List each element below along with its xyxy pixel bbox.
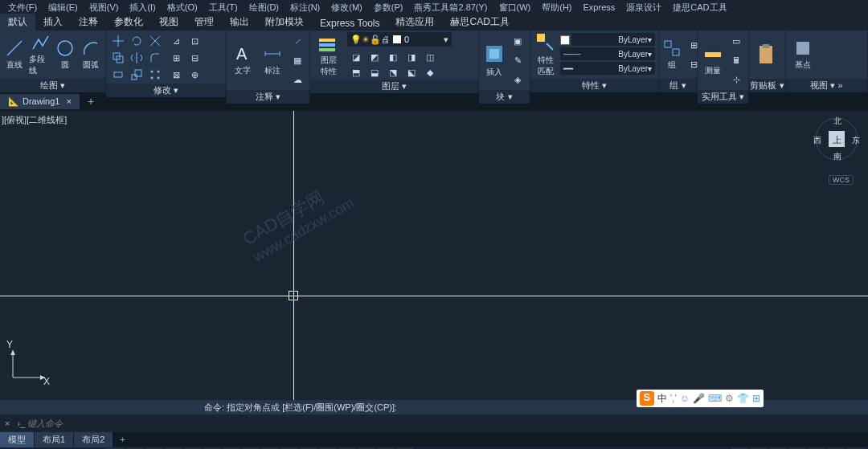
viewport-controls[interactable]: ][俯视][二维线框] (2, 114, 67, 126)
viewcube[interactable]: 北 南 西 东 上 (815, 117, 858, 161)
ribtab-insert[interactable]: 插入 (35, 14, 71, 31)
layer-tool7-icon[interactable]: ⬓ (366, 63, 383, 81)
layout-add-button[interactable]: + (113, 435, 131, 444)
panel-group-title[interactable]: 组 ▾ (659, 79, 697, 92)
menu-edit[interactable]: 编辑(E) (43, 2, 83, 14)
util-point-icon[interactable]: ⊹ (727, 71, 745, 88)
ime-punct-icon[interactable]: ',' (670, 393, 677, 404)
line-button[interactable]: 直线 (3, 32, 26, 77)
menu-yanxiu[interactable]: 燕秀工具箱2.87(Y) (409, 2, 492, 14)
panel-clip-title[interactable]: 剪贴板 ▾ (749, 79, 785, 92)
menu-file[interactable]: 文件(F) (3, 2, 42, 14)
ime-kbd-icon[interactable]: ⌨ (708, 393, 722, 404)
color-swatch[interactable] (560, 35, 570, 45)
ime-emoji-icon[interactable]: ☺ (680, 393, 690, 404)
layer-tool10-icon[interactable]: ◆ (421, 63, 439, 81)
array-icon[interactable] (146, 66, 164, 84)
trim-icon[interactable] (146, 32, 164, 50)
extra-icon[interactable]: ⊿ (167, 32, 185, 50)
extra5-icon[interactable]: ⊠ (167, 66, 185, 84)
ribtab-default[interactable]: 默认 (0, 14, 35, 31)
color-select[interactable]: ByLayer ▾ (571, 33, 655, 46)
layout-2[interactable]: 布局2 (74, 432, 113, 447)
ribtab-featured[interactable]: 精选应用 (387, 14, 442, 31)
extra3-icon[interactable]: ⊞ (167, 49, 185, 67)
menu-help[interactable]: 帮助(H) (537, 2, 576, 14)
rotate-icon[interactable] (128, 32, 145, 50)
ribtab-manage[interactable]: 管理 (186, 14, 222, 31)
circle-button[interactable]: 圆 (55, 32, 77, 77)
insert-button[interactable]: 插入 (482, 38, 506, 83)
ribtab-hscad[interactable]: 赫思CAD工具 (442, 14, 517, 31)
wcs-badge[interactable]: WCS (829, 175, 854, 185)
ime-skin-icon[interactable]: 👕 (737, 393, 749, 404)
panel-util-title[interactable]: 实用工具 ▾ (698, 90, 748, 104)
ribtab-express[interactable]: Express Tools (312, 16, 387, 31)
fillet-icon[interactable] (146, 49, 164, 67)
ribtab-view[interactable]: 视图 (151, 14, 186, 31)
panel-layer-title[interactable]: 图层 ▾ (310, 80, 478, 93)
dim-button[interactable]: 标注 (260, 38, 286, 83)
ime-lang[interactable]: 中 (657, 392, 667, 406)
lineweight-select[interactable]: ━━ByLayer ▾ (560, 62, 655, 75)
menu-express[interactable]: Express (579, 2, 620, 12)
extra6-icon[interactable]: ⊕ (186, 66, 203, 84)
stretch-icon[interactable] (109, 66, 127, 84)
ime-toolbar[interactable]: S 中 ',' ☺ 🎤 ⌨ ⚙ 👕 ⊞ (637, 390, 764, 407)
menu-dim[interactable]: 标注(N) (285, 2, 325, 14)
new-tab-button[interactable]: + (80, 95, 102, 108)
block-attr-icon[interactable]: ◈ (509, 71, 526, 88)
ime-gear-icon[interactable]: ⚙ (725, 393, 734, 404)
arc-button[interactable]: 圆弧 (80, 32, 102, 77)
layout-1[interactable]: 布局1 (35, 432, 73, 447)
menu-tools[interactable]: 工具(T) (204, 2, 243, 14)
mirror-icon[interactable] (128, 49, 145, 67)
extra4-icon[interactable]: ⊟ (186, 49, 203, 67)
block-create-icon[interactable]: ▣ (509, 32, 526, 50)
menu-modify[interactable]: 修改(M) (326, 2, 367, 14)
menu-insert[interactable]: 插入(I) (125, 2, 160, 14)
panel-draw-title[interactable]: 绘图 ▾ (0, 79, 105, 92)
cloud-icon[interactable]: ☁ (289, 71, 306, 88)
move-icon[interactable] (109, 32, 127, 50)
menu-yq[interactable]: 源泉设计 (621, 2, 666, 14)
ribtab-annot[interactable]: 注释 (71, 14, 106, 31)
layer-tool8-icon[interactable]: ⬔ (384, 63, 402, 81)
leader-icon[interactable]: ⟋ (289, 32, 306, 50)
doc-tab[interactable]: 📐 Drawing1 × (0, 94, 80, 109)
block-edit-icon[interactable]: ✎ (509, 51, 526, 69)
ime-voice-icon[interactable]: 🎤 (693, 393, 705, 404)
menu-draw[interactable]: 绘图(D) (244, 2, 284, 14)
menu-param[interactable]: 参数(P) (369, 2, 408, 14)
util-sel-icon[interactable]: ▭ (727, 32, 745, 50)
layer-select[interactable]: 💡 ☀ 🔓 🖨 0 ▾ (347, 32, 452, 47)
extra2-icon[interactable]: ⊡ (186, 32, 203, 50)
ribtab-output[interactable]: 输出 (222, 14, 257, 31)
menu-jscad[interactable]: 捷思CAD工具 (668, 2, 731, 14)
copy-icon[interactable] (109, 49, 127, 67)
panel-prop-title[interactable]: 特性 ▾ (530, 79, 658, 92)
measure-button[interactable]: 测量 (701, 38, 724, 83)
panel-annot-title[interactable]: 注释 ▾ (227, 90, 309, 104)
layer-tool6-icon[interactable]: ⬒ (347, 63, 365, 81)
menu-view[interactable]: 视图(V) (84, 2, 124, 14)
command-line[interactable]: × ›_ (0, 415, 868, 431)
basepoint-button[interactable]: 基点 (789, 32, 817, 77)
table-icon[interactable]: ▦ (289, 51, 306, 69)
command-input[interactable] (27, 418, 868, 428)
layerprop-button[interactable]: 图层 特性 (313, 33, 344, 78)
layout-model[interactable]: 模型 (0, 432, 34, 447)
menu-window[interactable]: 窗口(W) (494, 2, 536, 14)
util-calc-icon[interactable]: 🖩 (727, 51, 745, 69)
clipboard-button[interactable] (752, 32, 780, 77)
matchprop-button[interactable]: 特性 匹配 (534, 32, 557, 77)
ribtab-param[interactable]: 参数化 (106, 14, 151, 31)
panel-block-title[interactable]: 块 ▾ (479, 90, 530, 104)
layer-tool9-icon[interactable]: ⬕ (403, 63, 420, 81)
linetype-select[interactable]: ───ByLayer ▾ (560, 47, 655, 60)
viewport[interactable]: ][俯视][二维线框] CAD自学网 www.cadzxw.com 北 南 西 … (0, 111, 868, 400)
text-button[interactable]: A文字 (230, 38, 256, 83)
scale-icon[interactable] (128, 66, 145, 84)
panel-modify-title[interactable]: 修改 ▾ (106, 84, 226, 97)
group-button[interactable]: 组 (662, 32, 682, 77)
